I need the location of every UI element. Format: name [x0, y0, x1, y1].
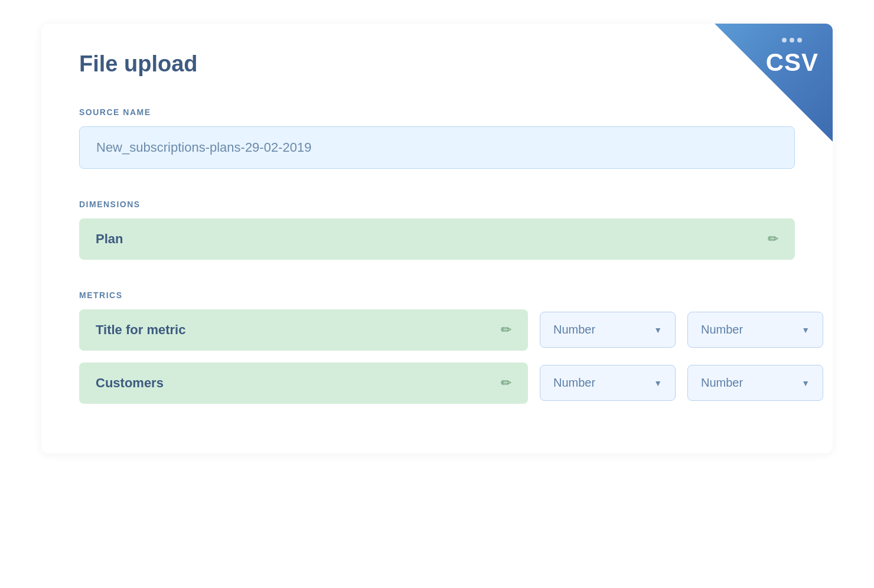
metric-2-edit-icon[interactable]: ✏ — [501, 375, 511, 391]
csv-badge-content: CSV — [766, 38, 818, 77]
main-card: CSV File upload SOURCE NAME DIMENSIONS P… — [41, 24, 833, 453]
dimensions-label: DIMENSIONS — [79, 200, 795, 209]
metric-1-dropdown-2-value: Number — [701, 323, 743, 337]
metric-1-edit-icon[interactable]: ✏ — [501, 322, 511, 338]
csv-dot-1 — [782, 38, 787, 43]
metric-row-2: Customers ✏ Number ▼ Number ▼ — [79, 362, 795, 404]
metric-1-dropdown-1-value: Number — [553, 323, 595, 337]
metric-2-label: Customers — [96, 375, 164, 391]
metric-2-dropdown-1-arrow: ▼ — [654, 378, 662, 388]
csv-dot-2 — [790, 38, 794, 43]
page-title: File upload — [79, 52, 795, 77]
dimensions-section: DIMENSIONS Plan ✏ — [79, 200, 795, 260]
metric-2-dropdown-2-value: Number — [701, 376, 743, 390]
metric-row-1: Title for metric ✏ Number ▼ Number ▼ — [79, 309, 795, 351]
metric-2-dropdown-2[interactable]: Number ▼ — [687, 365, 823, 401]
metric-1-dropdown-2-arrow: ▼ — [801, 325, 810, 335]
csv-label: CSV — [766, 48, 818, 77]
metric-1-dropdown-2[interactable]: Number ▼ — [687, 312, 823, 348]
metrics-label: METRICS — [79, 290, 795, 300]
metric-1-dropdown-1-arrow: ▼ — [654, 325, 662, 335]
metrics-section: METRICS Title for metric ✏ Number ▼ Numb… — [79, 290, 795, 404]
metric-2-dropdown-1-value: Number — [553, 376, 595, 390]
dimension-plan-label: Plan — [96, 231, 123, 247]
source-name-label: SOURCE NAME — [79, 107, 795, 117]
csv-dots — [782, 38, 802, 43]
metric-1-dropdown-1[interactable]: Number ▼ — [540, 312, 676, 348]
metric-2-dropdown-1[interactable]: Number ▼ — [540, 365, 676, 401]
dimension-edit-icon[interactable]: ✏ — [768, 231, 778, 247]
csv-badge: CSV — [715, 24, 833, 142]
dimension-row: Plan ✏ — [79, 218, 795, 260]
metric-1-label: Title for metric — [96, 322, 185, 338]
metric-name-cell-2: Customers ✏ — [79, 362, 528, 404]
metric-name-cell-1: Title for metric ✏ — [79, 309, 528, 351]
source-name-input[interactable] — [79, 126, 795, 169]
metric-2-dropdown-2-arrow: ▼ — [801, 378, 810, 388]
source-name-section: SOURCE NAME — [79, 107, 795, 169]
csv-dot-3 — [797, 38, 802, 43]
